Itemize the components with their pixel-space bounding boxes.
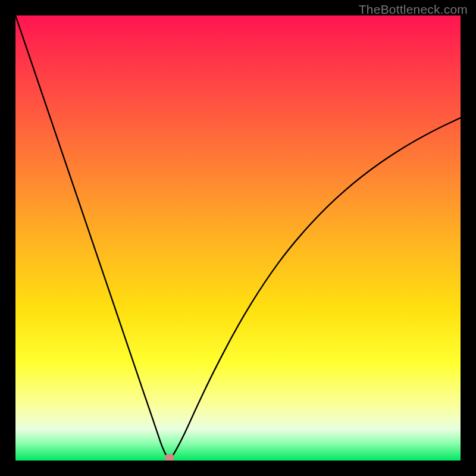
optimum-marker-icon bbox=[165, 454, 174, 461]
chart-frame: TheBottleneck.com bbox=[0, 0, 476, 476]
plot-area bbox=[15, 15, 461, 461]
bottleneck-curve bbox=[15, 15, 461, 461]
watermark-text: TheBottleneck.com bbox=[359, 2, 468, 17]
